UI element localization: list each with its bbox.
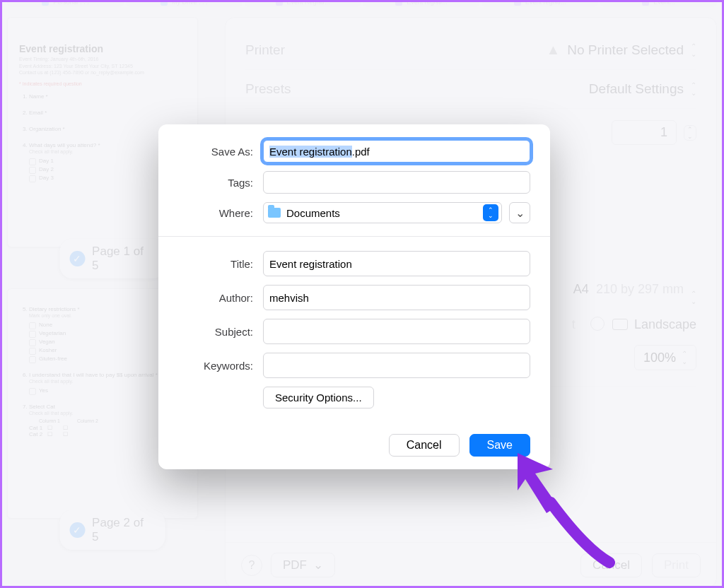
title-field[interactable]: [263, 251, 530, 276]
save-pdf-dialog: Save As: Event registration.pdf Tags: Wh…: [158, 124, 550, 469]
divider: [158, 236, 550, 237]
save-button[interactable]: Save: [469, 434, 530, 457]
where-selector[interactable]: Documents ⌃⌄: [263, 202, 502, 223]
author-field[interactable]: [263, 285, 530, 310]
save-as-label: Save As:: [178, 146, 253, 158]
where-label: Where:: [178, 207, 253, 219]
tags-field[interactable]: [263, 171, 530, 194]
keywords-field[interactable]: [263, 353, 530, 378]
title-label: Title:: [178, 258, 253, 270]
where-expand-button[interactable]: ⌄: [509, 202, 530, 223]
folder-icon: [268, 208, 281, 218]
save-as-field[interactable]: Event registration.pdf: [263, 140, 530, 163]
author-label: Author:: [178, 292, 253, 304]
subject-label: Subject:: [178, 326, 253, 338]
chevron-updown-icon: ⌃⌄: [483, 204, 498, 221]
cancel-button[interactable]: Cancel: [389, 434, 460, 457]
tags-label: Tags:: [178, 177, 253, 189]
subject-field[interactable]: [263, 319, 530, 344]
security-options-button[interactable]: Security Options...: [263, 387, 374, 408]
keywords-label: Keywords:: [178, 360, 253, 372]
